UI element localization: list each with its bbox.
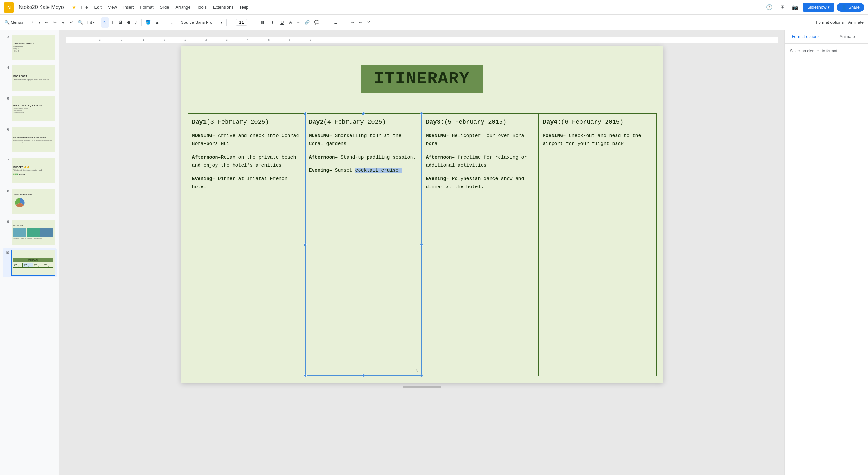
toolbar-separator-2 — [99, 19, 99, 26]
list-button[interactable]: ≣ — [332, 17, 340, 28]
underline-button[interactable]: U — [278, 18, 286, 27]
toolbar-separator-3 — [141, 19, 142, 26]
slide-thumb-7[interactable]: 7 BUDGET 💰💰 Tickets, activities, accommo… — [3, 156, 57, 185]
add-dropdown[interactable]: ▾ — [36, 17, 42, 28]
menus-label: Menus — [10, 20, 23, 25]
zoom-button[interactable]: 🔍 — [76, 17, 85, 28]
handle-bottom-left[interactable] — [304, 374, 307, 377]
day3-heading: Day3:(5 February 2015) — [426, 118, 534, 126]
slide-title[interactable]: ITINERARY — [361, 65, 483, 93]
camera-icon[interactable]: 📷 — [790, 2, 800, 12]
slide-thumb-5[interactable]: 5 DAILY / DAILY REQUIREMENTS • Accommoda… — [3, 94, 57, 123]
toolbar-separator-4 — [177, 19, 177, 26]
tab-format-options[interactable]: Format options — [785, 30, 827, 43]
spell-check-button[interactable]: ✓ — [68, 17, 75, 28]
line-spacing-button[interactable]: ↕ — [169, 17, 175, 28]
handle-left-center[interactable] — [304, 243, 307, 246]
border-icon: ▲ — [155, 20, 159, 25]
day3-date: (5 February 2015) — [444, 118, 506, 126]
slideshow-label: Slideshow — [807, 5, 826, 10]
highlight-button[interactable]: ✏ — [294, 17, 302, 28]
menu-edit[interactable]: Edit — [92, 3, 104, 11]
day4-column[interactable]: Day4:(6 February 2015) MORNING– Check-ou… — [539, 113, 656, 375]
day2-body: MORNING– Snorkelling tour at the Coral g… — [309, 132, 417, 175]
slide-thumb-9[interactable]: 9 ACTIVITIES SnorkellingStand-up Paddlin… — [3, 217, 57, 246]
resize-handle[interactable]: ⤡ — [415, 368, 419, 373]
line-tool[interactable]: ╱ — [133, 17, 140, 28]
menu-insert[interactable]: Insert — [121, 3, 136, 11]
align-button[interactable]: ≡ — [162, 17, 168, 28]
slide-thumb-10[interactable]: 10 ITINERARY Day1 Morning... Day2 Mornin… — [3, 248, 57, 277]
bg-color-button[interactable]: 🪣 — [144, 17, 153, 28]
num-list-button[interactable]: ≔ — [340, 17, 348, 28]
redo-button[interactable]: ↪ — [51, 17, 59, 28]
image-tool[interactable]: 🖼 — [116, 17, 124, 28]
share-people-icon: 👤 — [841, 5, 846, 10]
animate-button[interactable]: Animate — [846, 17, 865, 28]
increase-font-btn[interactable]: + — [248, 17, 254, 28]
format-options-button[interactable]: Format options — [814, 17, 846, 28]
slideshow-dropdown-icon[interactable]: ▾ — [828, 5, 830, 10]
clear-format-button[interactable]: ✕ — [365, 17, 372, 28]
undo-button[interactable]: ↩ — [43, 17, 51, 28]
menu-view[interactable]: View — [105, 3, 120, 11]
day3-afternoon-label: Afternoon– — [426, 155, 455, 160]
slide-number-10: 10 — [4, 251, 9, 255]
font-size-input[interactable]: 11 — [236, 19, 247, 26]
day1-afternoon-label: Afternoon– — [192, 155, 221, 160]
grid-icon[interactable]: ⊞ — [777, 2, 787, 12]
menu-slide[interactable]: Slide — [157, 3, 172, 11]
handle-bottom-center[interactable] — [362, 374, 365, 377]
font-color-button[interactable]: A — [287, 17, 294, 28]
comment-button[interactable]: 💬 — [312, 17, 321, 28]
handle-top-left[interactable] — [304, 112, 307, 115]
star-icon[interactable]: ★ — [72, 4, 76, 10]
border-color-button[interactable]: ▲ — [153, 17, 161, 28]
font-select[interactable]: Source Sans Pro ▾ — [179, 17, 224, 28]
add-button[interactable]: + — [29, 17, 36, 28]
link-button[interactable]: 🔗 — [303, 17, 312, 28]
menu-extensions[interactable]: Extensions — [210, 3, 236, 11]
menu-arrange[interactable]: Arrange — [173, 3, 193, 11]
indent-more-button[interactable]: ⇥ — [349, 17, 356, 28]
slide-thumb-4[interactable]: 4 BORA BORA Travel details and highlight… — [3, 64, 57, 93]
toolbar-separator-7 — [323, 19, 323, 26]
day4-num: Day4: — [543, 118, 561, 126]
slide-thumb-6[interactable]: 6 Etiquette and Cultural Expectations Lo… — [3, 125, 57, 154]
history-icon[interactable]: 🕐 — [764, 2, 775, 12]
handle-top-center[interactable] — [362, 112, 365, 115]
slide-thumb-8[interactable]: 8 Travel Budget-Chart — [3, 187, 57, 216]
menus-button[interactable]: 🔍 Menus — [3, 17, 25, 28]
print-button[interactable]: 🖨 — [59, 17, 67, 28]
logo-letter: N — [7, 5, 10, 10]
menu-file[interactable]: File — [79, 3, 91, 11]
text-align-button[interactable]: ≡ — [326, 17, 332, 28]
menu-help[interactable]: Help — [238, 3, 251, 11]
day3-column[interactable]: Day3:(5 February 2015) MORNING– Helicopt… — [422, 113, 539, 375]
share-button[interactable]: 👤 Share — [837, 3, 864, 11]
day2-column[interactable]: Day2(4 February 2025) MORNING– Snorkelli… — [305, 113, 422, 375]
italic-button[interactable]: I — [268, 18, 277, 27]
slide-thumb-3[interactable]: 3 TABLE OF CONTENTS • Introduction• Day … — [3, 33, 57, 62]
shapes-tool[interactable]: ⬟ — [125, 17, 132, 28]
select-tool[interactable]: ↖ — [101, 17, 108, 28]
day2-heading: Day2(4 February 2025) — [309, 118, 417, 126]
panel-tabs: Format options Animate — [785, 30, 868, 44]
scroll-indicator — [403, 386, 441, 388]
day1-column[interactable]: Day1(3 February 2025) MORNING– Arrive an… — [188, 113, 305, 375]
menu-format[interactable]: Format — [137, 3, 156, 11]
decrease-font-btn[interactable]: − — [229, 17, 235, 28]
slide-number-4: 4 — [4, 66, 9, 70]
day4-morning: MORNING– Check-out and head to the airpo… — [543, 132, 652, 148]
fit-select[interactable]: Fit ▾ — [86, 17, 97, 28]
menu-tools[interactable]: Tools — [194, 3, 209, 11]
bold-button[interactable]: B — [258, 18, 267, 27]
days-grid: Day1(3 February 2025) MORNING– Arrive an… — [188, 113, 657, 376]
day3-evening: Evening– Polynesian dance show and dinne… — [426, 175, 534, 191]
day2-evening-text-pre: Sunset — [332, 168, 355, 173]
text-tool[interactable]: T — [109, 17, 116, 28]
slideshow-button[interactable]: Slideshow ▾ — [803, 3, 834, 11]
slide-canvas[interactable]: ITINERARY Day1(3 February 2025) MORNING–… — [181, 45, 663, 382]
indent-less-button[interactable]: ⇤ — [357, 17, 364, 28]
tab-animate[interactable]: Animate — [827, 30, 868, 43]
